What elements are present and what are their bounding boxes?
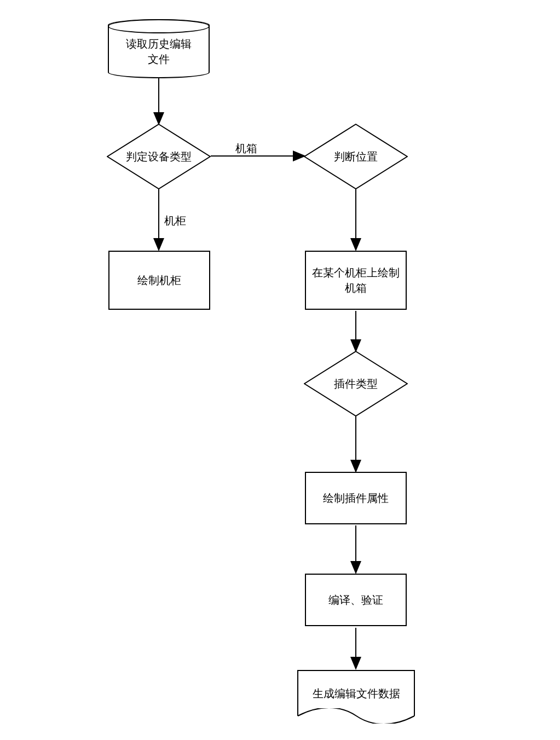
decision-device-type-label: 判定设备类型 — [107, 124, 211, 189]
process-draw-plugin-attrs: 绘制插件属性 — [305, 472, 407, 524]
decision-plugin-type-label: 插件类型 — [304, 351, 408, 417]
process-compile-verify-label: 编译、验证 — [328, 592, 383, 608]
document-generate-edit-file: 生成编辑文件数据 — [297, 670, 415, 716]
edge-label-cabinet: 机柜 — [164, 213, 186, 228]
process-draw-cabinet: 绘制机柜 — [108, 251, 210, 310]
process-draw-cabinet-label: 绘制机柜 — [137, 273, 181, 288]
decision-device-type: 判定设备类型 — [107, 124, 211, 189]
edge-label-chassis: 机箱 — [235, 141, 257, 156]
document-generate-edit-file-label: 生成编辑文件数据 — [313, 686, 400, 701]
process-draw-chassis-label: 在某个机柜上绘制机箱 — [312, 265, 400, 296]
decision-position-label: 判断位置 — [304, 124, 408, 189]
process-compile-verify: 编译、验证 — [305, 574, 407, 626]
process-draw-chassis: 在某个机柜上绘制机箱 — [305, 251, 407, 310]
datastore-read-history-label: 读取历史编辑文件 — [126, 31, 192, 67]
process-draw-plugin-attrs-label: 绘制插件属性 — [323, 490, 389, 506]
decision-position: 判断位置 — [304, 124, 408, 189]
flow-arrows — [0, 0, 560, 740]
datastore-read-history: 读取历史编辑文件 — [108, 19, 210, 78]
decision-plugin-type: 插件类型 — [304, 351, 408, 417]
